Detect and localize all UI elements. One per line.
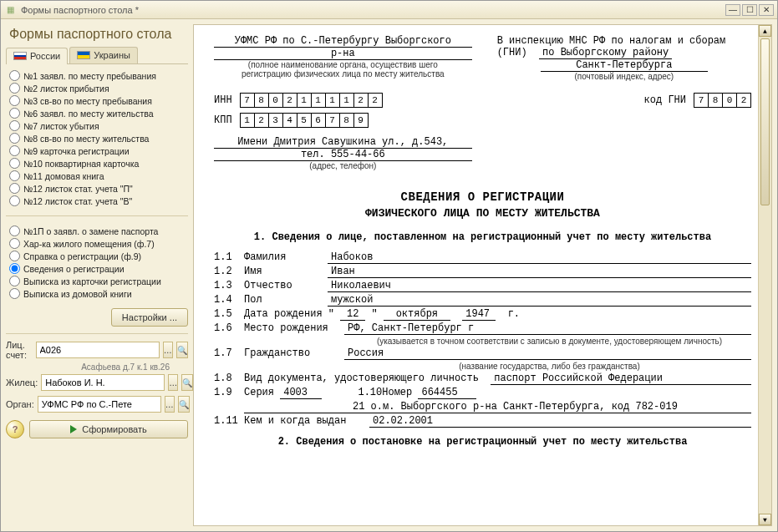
form-radio-item[interactable]: Сведения о регистрации bbox=[8, 262, 186, 275]
radio-label: №8 св-во по месту жительства bbox=[23, 134, 149, 144]
tab-russia[interactable]: России bbox=[6, 48, 68, 64]
radio-input[interactable] bbox=[9, 145, 20, 156]
radio-input[interactable] bbox=[9, 83, 20, 94]
tab-ukraine[interactable]: Украины bbox=[69, 47, 138, 63]
digit-cell: 8 bbox=[254, 93, 269, 108]
minimize-button[interactable]: — bbox=[725, 4, 740, 16]
radio-input[interactable] bbox=[9, 95, 20, 106]
form-radio-item[interactable]: №8 св-во по месту жительства bbox=[8, 132, 186, 144]
organ-input[interactable] bbox=[38, 396, 161, 413]
digit-cell: 5 bbox=[297, 113, 312, 128]
form-radio-item[interactable]: №9 карточка регистрации bbox=[8, 144, 186, 157]
form-radio-item[interactable]: №1П о заявл. о замене паспорта bbox=[8, 225, 186, 237]
document-preview: УФМС РФ по С.-Петербургу Выборгского р-н… bbox=[193, 24, 772, 526]
maximize-button[interactable]: ☐ bbox=[742, 4, 757, 16]
radio-input[interactable] bbox=[9, 195, 20, 206]
inspection-city: Санкт-Петербурга bbox=[541, 59, 708, 72]
radio-label: Справка о регистрации (ф.9) bbox=[23, 251, 141, 261]
radio-input[interactable] bbox=[9, 133, 20, 144]
resident-search-button[interactable]: 🔍 bbox=[181, 374, 193, 391]
radio-input[interactable] bbox=[9, 225, 20, 236]
radio-label: Сведения о регистрации bbox=[23, 264, 125, 274]
issued-value: 02.02.2001 bbox=[369, 415, 751, 428]
kpp-label: КПП bbox=[214, 114, 232, 126]
form-radio-item[interactable]: №12 листок стат. учета "В" bbox=[8, 195, 186, 207]
sex-label: Пол bbox=[244, 294, 328, 306]
radio-label: №1П о заявл. о замене паспорта bbox=[23, 226, 158, 236]
form-radio-item[interactable]: №1 заявл. по месту пребывания bbox=[8, 69, 186, 82]
radio-input[interactable] bbox=[9, 120, 20, 131]
vertical-scrollbar[interactable]: ▲ ▼ bbox=[758, 25, 771, 525]
radio-input[interactable] bbox=[9, 70, 20, 81]
scroll-thumb[interactable] bbox=[760, 38, 770, 205]
form-radio-item[interactable]: №3 св-во по месту пребывания bbox=[8, 94, 186, 107]
organ-search-button[interactable]: 🔍 bbox=[178, 396, 190, 413]
radio-input[interactable] bbox=[9, 276, 20, 286]
help-button[interactable]: ? bbox=[6, 420, 24, 438]
digit-cell: 0 bbox=[268, 93, 283, 108]
divider bbox=[6, 215, 188, 216]
app-window: ▦ Формы паспортного стола * — ☐ ✕ Формы … bbox=[0, 0, 778, 532]
scroll-up-button[interactable]: ▲ bbox=[759, 25, 771, 37]
form-radio-item[interactable]: №12 листок стат. учета "П" bbox=[8, 182, 186, 195]
form-radio-item[interactable]: №2 листок прибытия bbox=[8, 82, 186, 94]
digit-cell: 1 bbox=[339, 93, 354, 108]
account-search-button[interactable]: 🔍 bbox=[176, 342, 188, 358]
gni-label: код ГНИ bbox=[644, 94, 686, 106]
citizenship-label: Гражданство bbox=[244, 347, 344, 359]
organ-browse-button[interactable]: … bbox=[165, 396, 175, 413]
inspection-gni: (ГНИ) bbox=[497, 47, 527, 58]
form-radio-item[interactable]: №6 заявл. по месту жительства bbox=[8, 107, 186, 119]
dob-label: Дата рождения " bbox=[244, 308, 334, 320]
titlebar: ▦ Формы паспортного стола * — ☐ ✕ bbox=[1, 1, 777, 19]
radio-input[interactable] bbox=[9, 158, 20, 169]
form-radio-item[interactable]: №7 листок убытия bbox=[8, 119, 186, 132]
section-1-heading: 1. Сведения о лице, поставленном на реги… bbox=[214, 231, 751, 243]
digit-cell: 8 bbox=[708, 93, 723, 108]
dob-month: октября bbox=[384, 308, 450, 321]
account-input[interactable] bbox=[36, 342, 160, 358]
resident-browse-button[interactable]: … bbox=[168, 374, 178, 391]
doctype-label: Вид документа, удостоверяющего личность bbox=[244, 372, 479, 384]
dob-year: 1947 bbox=[462, 308, 496, 321]
radio-input[interactable] bbox=[9, 170, 20, 181]
generate-button-label: Сформировать bbox=[82, 424, 147, 434]
scroll-down-button[interactable]: ▼ bbox=[759, 514, 771, 525]
org-name-1: УФМС РФ по С.-Петербургу Выборгского bbox=[214, 35, 472, 48]
close-button[interactable]: ✕ bbox=[759, 4, 774, 16]
form-radio-item[interactable]: Выписка из карточки регистрации bbox=[8, 275, 186, 287]
digit-cell: 4 bbox=[282, 113, 297, 128]
address-line-2: тел. 555-44-66 bbox=[214, 149, 472, 161]
generate-button[interactable]: Сформировать bbox=[29, 420, 188, 438]
digit-cell: 3 bbox=[268, 113, 283, 128]
form-list-2: №1П о заявл. о замене паспортаХар-ка жил… bbox=[6, 220, 188, 305]
radio-input[interactable] bbox=[9, 263, 20, 274]
radio-input[interactable] bbox=[9, 238, 20, 249]
radio-label: №3 св-во по месту пребывания bbox=[23, 96, 152, 106]
form-radio-item[interactable]: Справка о регистрации (ф.9) bbox=[8, 250, 186, 262]
doctype-value: паспорт Российской Федерации bbox=[491, 372, 751, 385]
inspection-caption: (почтовый индекс, адрес) bbox=[497, 72, 751, 81]
issuer-details: 21 о.м. Выборгского р-на Санкт-Петербург… bbox=[244, 401, 751, 413]
form-radio-item[interactable]: Хар-ка жилого помещения (ф.7) bbox=[8, 237, 186, 250]
birthplace-label: Место рождения bbox=[244, 322, 344, 334]
app-icon: ▦ bbox=[4, 4, 16, 16]
radio-input[interactable] bbox=[9, 251, 20, 261]
citizenship-caption: (название государства, либо без гражданс… bbox=[214, 362, 751, 371]
form-list-1: №1 заявл. по месту пребывания№2 листок п… bbox=[6, 64, 188, 212]
radio-label: №12 листок стат. учета "В" bbox=[23, 196, 132, 206]
address-caption: (адрес, телефон) bbox=[214, 161, 472, 170]
inn-label: ИНН bbox=[214, 94, 232, 106]
gni-boxes: 7802 bbox=[694, 93, 751, 108]
form-radio-item[interactable]: №10 поквартирная карточка bbox=[8, 157, 186, 170]
form-radio-item[interactable]: №11 домовая книга bbox=[8, 170, 186, 182]
account-browse-button[interactable]: … bbox=[163, 342, 174, 358]
flag-ukraine-icon bbox=[77, 51, 90, 59]
form-radio-item[interactable]: Выписка из домовой книги bbox=[8, 287, 186, 300]
radio-input[interactable] bbox=[9, 108, 20, 119]
radio-input[interactable] bbox=[9, 288, 20, 299]
resident-input[interactable] bbox=[41, 374, 165, 391]
tab-ukraine-label: Украины bbox=[94, 50, 130, 60]
radio-input[interactable] bbox=[9, 183, 20, 194]
settings-button[interactable]: Настройки ... bbox=[111, 308, 188, 327]
